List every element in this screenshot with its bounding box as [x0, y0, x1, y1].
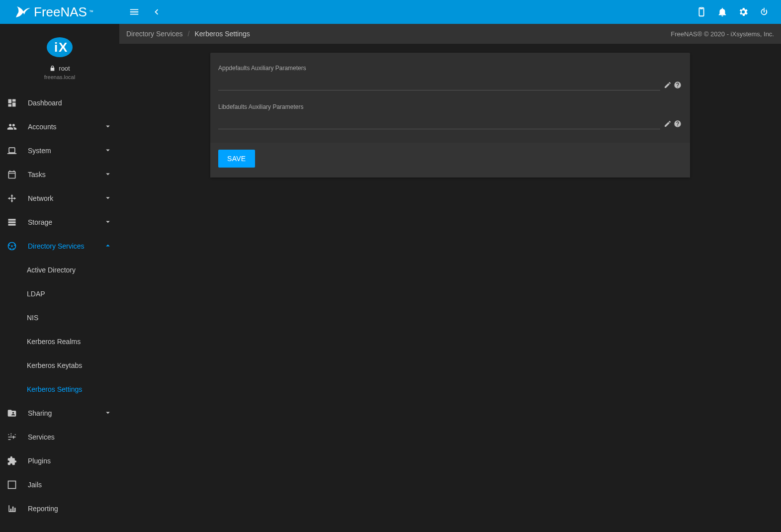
- chart-icon: [6, 503, 18, 515]
- nav-label: Plugins: [28, 457, 112, 465]
- main: Directory Services / Kerberos Settings F…: [119, 24, 781, 532]
- hostname: freenas.local: [44, 74, 75, 80]
- help-icon: [674, 120, 682, 128]
- nav-label: Accounts: [28, 123, 103, 131]
- field-appdefaults: Appdefaults Auxiliary Parameters: [218, 62, 682, 90]
- field-label: Libdefaults Auxiliary Parameters: [218, 103, 682, 110]
- field-libdefaults: Libdefaults Auxiliary Parameters: [218, 100, 682, 129]
- menu-icon: [129, 6, 140, 17]
- username: root: [59, 65, 70, 72]
- save-button[interactable]: SAVE: [218, 150, 255, 168]
- chevron-down-icon: [103, 193, 112, 204]
- nav-label: Network: [28, 194, 103, 202]
- ball-icon: [6, 240, 18, 252]
- sidebar-header: i X root freenas.local: [0, 24, 119, 85]
- breadcrumb-parent[interactable]: Directory Services: [126, 30, 183, 38]
- jail-icon: [6, 479, 18, 491]
- nav-sub-active-directory[interactable]: Active Directory: [0, 258, 119, 282]
- content: Appdefaults Auxiliary ParametersLibdefau…: [119, 44, 781, 532]
- nav-label: Jails: [28, 481, 112, 489]
- back-button[interactable]: [146, 2, 166, 22]
- gear-icon: [738, 6, 749, 17]
- subbar: Directory Services / Kerberos Settings F…: [119, 24, 781, 44]
- nav-label: Dashboard: [28, 99, 112, 107]
- edit-button[interactable]: [663, 81, 672, 89]
- sidebar-user: root: [49, 65, 70, 72]
- tasks-button[interactable]: [692, 2, 711, 22]
- power-button[interactable]: [754, 2, 774, 22]
- nav-sub-ldap[interactable]: LDAP: [0, 282, 119, 306]
- tune-icon: [6, 431, 18, 443]
- card-actions: SAVE: [210, 143, 690, 177]
- shark-icon: [15, 5, 31, 18]
- settings-card: Appdefaults Auxiliary ParametersLibdefau…: [210, 53, 690, 177]
- nav-label: Reporting: [28, 505, 112, 513]
- settings-button[interactable]: [733, 2, 753, 22]
- svg-text:i: i: [54, 40, 58, 55]
- folder-shared-icon: [6, 407, 18, 419]
- power-icon: [759, 6, 770, 17]
- help-button[interactable]: [673, 119, 682, 128]
- toggle-sidebar-button[interactable]: [124, 2, 144, 22]
- chevron-down-icon: [103, 170, 112, 180]
- nav-item-accounts[interactable]: Accounts: [0, 115, 119, 139]
- extension-icon: [6, 455, 18, 467]
- clipboard-icon: [696, 6, 707, 17]
- nav-label: Sharing: [28, 409, 103, 417]
- chevron-down-icon: [103, 122, 112, 132]
- storage-icon: [6, 216, 18, 228]
- hub-icon: [6, 192, 18, 204]
- nav-sub-kerberos-realms[interactable]: Kerberos Realms: [0, 330, 119, 354]
- nav-label: Directory Services: [28, 242, 103, 250]
- breadcrumb-separator: /: [188, 30, 190, 38]
- nav-item-jails[interactable]: Jails: [0, 473, 119, 497]
- brand-text: FreeNAS: [34, 4, 87, 20]
- copyright: FreeNAS® © 2020 - iXsystems, Inc.: [671, 30, 774, 38]
- brand-logo: FreeNAS ™: [15, 4, 93, 20]
- nav-item-reporting[interactable]: Reporting: [0, 497, 119, 521]
- help-icon: [674, 81, 682, 89]
- dashboard-icon: [6, 97, 18, 109]
- field-label: Appdefaults Auxiliary Parameters: [218, 65, 682, 72]
- nav-item-services[interactable]: Services: [0, 425, 119, 449]
- nav-item-plugins[interactable]: Plugins: [0, 449, 119, 473]
- people-icon: [6, 121, 18, 133]
- nav-sub-kerberos-keytabs[interactable]: Kerberos Keytabs: [0, 354, 119, 377]
- bell-icon: [717, 6, 728, 17]
- chevron-down-icon: [103, 408, 112, 419]
- nav-item-network[interactable]: Network: [0, 186, 119, 210]
- nav-item-sharing[interactable]: Sharing: [0, 401, 119, 425]
- chevron-left-icon: [151, 6, 162, 17]
- appdefaults-input[interactable]: [218, 75, 660, 90]
- nav-label: Tasks: [28, 171, 103, 178]
- nav-label: Storage: [28, 218, 103, 226]
- edit-icon: [664, 81, 672, 89]
- chevron-down-icon: [103, 146, 112, 156]
- brand: FreeNAS ™: [0, 0, 119, 24]
- chevron-up-icon: [103, 241, 112, 252]
- edit-button[interactable]: [663, 119, 672, 128]
- svg-text:X: X: [59, 40, 68, 55]
- nav-label: System: [28, 147, 103, 155]
- libdefaults-input[interactable]: [218, 113, 660, 129]
- calendar-icon: [6, 169, 18, 180]
- breadcrumb: Directory Services / Kerberos Settings: [126, 30, 250, 38]
- nav-sub-kerberos-settings[interactable]: Kerberos Settings: [0, 377, 119, 401]
- nav-label: Services: [28, 433, 112, 441]
- nav-item-tasks[interactable]: Tasks: [0, 163, 119, 186]
- nav-item-dashboard[interactable]: Dashboard: [0, 91, 119, 115]
- edit-icon: [664, 120, 672, 128]
- nav-sub-nis[interactable]: NIS: [0, 306, 119, 330]
- nav-list: DashboardAccountsSystemTasksNetworkStora…: [0, 85, 119, 532]
- laptop-icon: [6, 145, 18, 157]
- breadcrumb-current: Kerberos Settings: [194, 30, 250, 38]
- nav-item-directory-services[interactable]: Directory Services: [0, 234, 119, 258]
- lock-icon: [49, 65, 56, 72]
- ix-logo-icon: i X: [46, 37, 74, 58]
- nav-item-system[interactable]: System: [0, 139, 119, 163]
- help-button[interactable]: [673, 81, 682, 89]
- nav-item-storage[interactable]: Storage: [0, 210, 119, 234]
- sidebar: i X root freenas.local DashboardAccounts…: [0, 24, 119, 532]
- topbar: FreeNAS ™: [0, 0, 781, 24]
- alerts-button[interactable]: [712, 2, 732, 22]
